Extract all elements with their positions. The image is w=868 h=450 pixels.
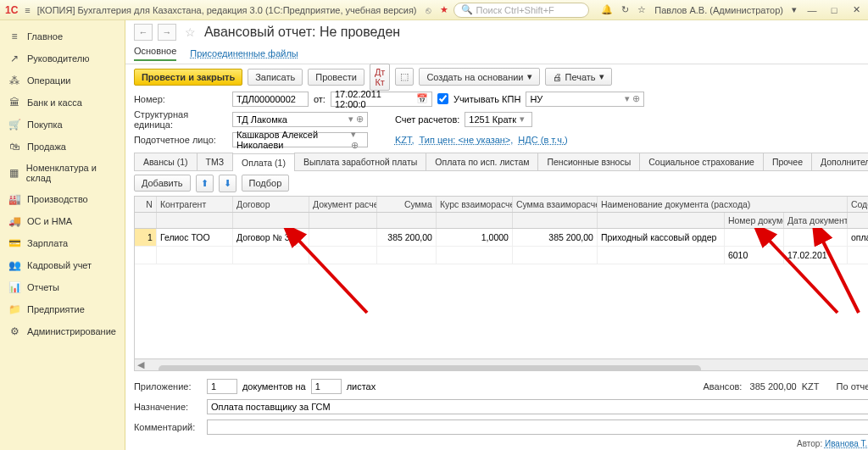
sidebar-item-prod[interactable]: 🏭Производство (0, 188, 125, 210)
tab-extra[interactable]: Дополнительно (811, 153, 868, 170)
bell-icon[interactable]: 🔔 (601, 4, 613, 15)
author-line: Автор: Иванова Т.Р. (Главный бухгалтер) (125, 437, 868, 450)
sidebar-item-hr[interactable]: 👥Кадровый учет (0, 254, 125, 276)
forward-button[interactable]: → (158, 24, 176, 41)
person-label: Подотчетное лицо: (134, 135, 227, 145)
tab-social[interactable]: Социальное страхование (639, 153, 764, 170)
bookmark-icon[interactable]: ☆ (185, 25, 196, 39)
col-naim[interactable]: Наименование документа (расхода) (598, 197, 848, 212)
history-icon[interactable]: ↻ (621, 4, 629, 15)
maximize-button[interactable]: □ (827, 5, 841, 15)
add-button[interactable]: Добавить (134, 175, 191, 192)
bank-icon: 🏛 (8, 97, 20, 108)
post-button[interactable]: Провести (308, 69, 364, 86)
col-docr[interactable]: Документ расчетов (309, 197, 377, 212)
create-based-button[interactable]: Создать на основании ▾ (419, 68, 539, 86)
table-row-sub[interactable]: 6010 17.02.201 (135, 247, 868, 264)
write-button[interactable]: Записать (248, 69, 303, 86)
tab-avans[interactable]: Авансы (1) (134, 153, 198, 170)
col-n[interactable]: N (135, 197, 157, 212)
global-search[interactable]: 🔍 Поиск Ctrl+Shift+F (453, 3, 589, 18)
tab-oplata[interactable]: Оплата (1) (232, 153, 295, 171)
table-row[interactable]: 1 Гелиос ТОО Договор № 349 385 200,00 1,… (135, 229, 868, 247)
tab-isp[interactable]: Оплата по исп. листам (426, 153, 538, 170)
col-dog[interactable]: Договор (233, 197, 309, 212)
subnav-main[interactable]: Основное (134, 46, 176, 61)
price-type-link[interactable]: Тип цен: <не указан>, (420, 135, 514, 145)
col-sum[interactable]: Сумма (377, 197, 437, 212)
nds-link[interactable]: НДС (в т.ч.) (518, 135, 567, 145)
globe-icon[interactable]: ⎋ (426, 5, 431, 15)
sidebar-item-salary[interactable]: 💳Зарплата (0, 232, 125, 254)
pick-button[interactable]: Подбор (242, 175, 290, 192)
from-label: от: (314, 94, 326, 104)
close-button[interactable]: ✕ (849, 4, 863, 15)
chart-icon: ↗ (8, 53, 20, 64)
user-label[interactable]: Павлов А.В. (Администратор) (654, 5, 783, 15)
post-and-close-button[interactable]: Провести и закрыть (134, 69, 242, 86)
print-button[interactable]: 🖨 Печать ▾ (545, 68, 612, 86)
attach-field[interactable]: 1 (207, 379, 237, 394)
col-sod[interactable]: Содержание (848, 197, 868, 212)
cart-icon: 🛒 (8, 119, 20, 131)
search-icon: 🔍 (461, 4, 473, 15)
sidebar-item-buy[interactable]: 🛒Покупка (0, 114, 125, 136)
comment-label: Комментарий: (134, 422, 202, 432)
kpn-field[interactable]: НУ▾ ⊕ (526, 92, 644, 107)
sidebar-item-stock[interactable]: ▦Номенклатура и склад (0, 158, 125, 188)
author-link[interactable]: Иванова Т.Р. (Главный бухгалтер) (825, 439, 868, 448)
favorite-icon[interactable]: ☆ (637, 4, 646, 15)
dt-kt-button[interactable]: ДтКт (370, 64, 391, 91)
kpn-checkbox[interactable] (437, 93, 448, 104)
sidebar-item-bank[interactable]: 🏛Банк и касса (0, 92, 125, 114)
page-header: ← → ☆ Авансовый отчет: Не проведен 🔗 ⋮ ✕ (125, 20, 868, 44)
star-icon[interactable]: ★ (440, 4, 448, 15)
attach-label: Приложение: (134, 381, 202, 392)
move-up-button[interactable]: ⬆ (196, 175, 214, 192)
comment-field[interactable] (207, 419, 868, 435)
structure-button[interactable]: ⬚ (395, 68, 414, 86)
date-field[interactable]: 17.02.2011 12:00:0📅 (331, 92, 432, 107)
org-field[interactable]: ТД Лакомка▾ ⊕ (232, 112, 368, 127)
horizontal-scrollbar[interactable]: ◀ ▶ (135, 358, 868, 370)
tab-pension[interactable]: Пенсионные взносы (537, 153, 640, 170)
menu-icon[interactable]: ≡ (25, 5, 30, 15)
col-kontr[interactable]: Контрагент (157, 197, 233, 212)
sidebar-item-main[interactable]: ≡Главное (0, 25, 125, 47)
sidebar-item-os[interactable]: 🚚ОС и НМА (0, 210, 125, 232)
col-ddoc[interactable]: Дата документа (784, 213, 848, 228)
sidebar-item-admin[interactable]: ⚙Администрирование (0, 320, 125, 342)
tab-salary[interactable]: Выплата заработной платы (294, 153, 426, 170)
sidebar-item-operations[interactable]: ⁂Операции (0, 69, 125, 92)
number-field[interactable]: ТДЛ00000002 (232, 92, 309, 107)
search-placeholder: Поиск Ctrl+Shift+F (476, 5, 554, 15)
minimize-button[interactable]: — (805, 5, 819, 15)
docs-field[interactable]: 1 (311, 379, 342, 394)
account-field[interactable]: 1251 Кратк▾ (465, 112, 532, 127)
person-field[interactable]: Кашкаров Алексей Николаеви▾ ⊕ (232, 132, 368, 147)
tab-tmz[interactable]: ТМЗ (197, 153, 234, 170)
sidebar-item-company[interactable]: 📁Предприятие (0, 298, 125, 320)
move-down-button[interactable]: ⬇ (219, 175, 236, 192)
window-title: [КОПИЯ] Бухгалтерия для Казахстана, реда… (37, 5, 417, 15)
subnav-files[interactable]: Присоединенные файлы (190, 48, 298, 58)
back-button[interactable]: ← (134, 24, 153, 41)
kzt-link[interactable]: KZT, (395, 135, 415, 145)
col-ndoc[interactable]: Номер документа (725, 213, 784, 228)
docs-on-label: документов на (242, 381, 306, 392)
purpose-field[interactable]: Оплата поставщику за ГСМ▾ (207, 399, 868, 414)
page-title: Авансовый отчет: Не проведен (204, 25, 400, 40)
col-sumv[interactable]: Сумма взаиморасчетов (513, 197, 598, 212)
content-area: ← → ☆ Авансовый отчет: Не проведен 🔗 ⋮ ✕… (125, 20, 868, 450)
payment-grid: N Контрагент Договор Документ расчетов С… (134, 196, 868, 371)
title-bar: 1С ≡ [КОПИЯ] Бухгалтерия для Казахстана,… (0, 0, 868, 20)
folder-icon: 📁 (8, 303, 20, 315)
dropdown-icon[interactable]: ▾ (792, 4, 797, 15)
sidebar-item-reports[interactable]: 📊Отчеты (0, 276, 125, 298)
sidebar-item-sell[interactable]: 🛍Продажа (0, 136, 125, 158)
tab-other[interactable]: Прочее (763, 153, 812, 170)
sub-navigation: Основное Присоединенные файлы (125, 44, 868, 64)
sidebar-item-manager[interactable]: ↗Руководителю (0, 47, 125, 69)
grid-toolbar: Добавить ⬆ ⬇ Подбор Еще ▾ (125, 171, 868, 196)
col-kurs[interactable]: Курс взаиморасчетов (437, 197, 513, 212)
